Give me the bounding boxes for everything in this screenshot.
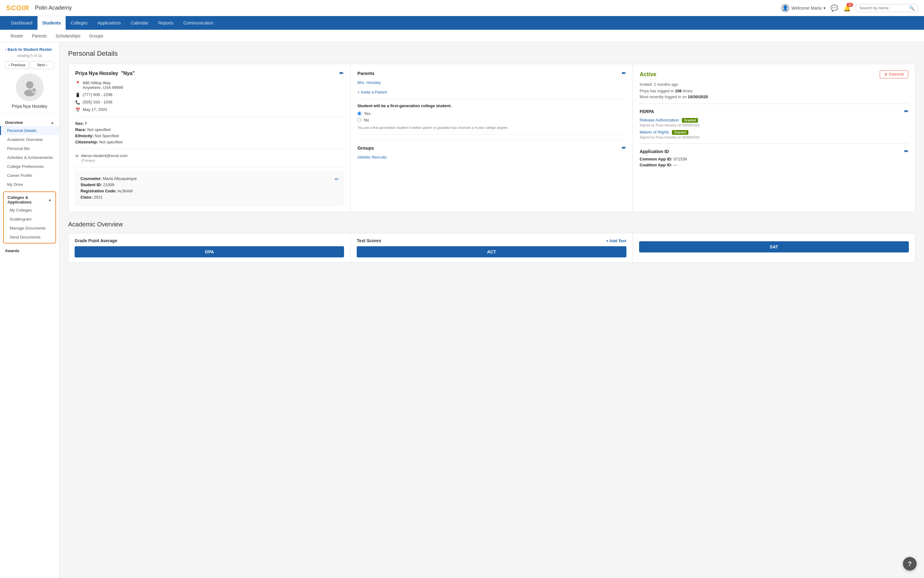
waiver-signed: Signed by Priya Hossley on 09/08/2020: [640, 135, 908, 139]
search-input[interactable]: [859, 6, 909, 10]
sidebar-item-personal-bio[interactable]: Personal Bio: [0, 144, 59, 153]
sidebar-item-college-prefs[interactable]: College Preferences: [0, 162, 59, 171]
release-auth-signed: Signed by Priya Hossley on 09/08/2020: [640, 123, 908, 127]
edit-groups-icon[interactable]: ✏: [622, 145, 626, 151]
divider3: [75, 167, 344, 167]
add-test-link[interactable]: + Add Test: [606, 239, 626, 243]
sub-nav: Roster Parents Scholarships Groups: [0, 30, 924, 42]
waiver-badge: Granted: [672, 130, 688, 135]
first-gen-note: You are a first-generation student if ne…: [357, 125, 626, 130]
student-avatar: [16, 73, 44, 101]
avatar-placeholder-icon: [20, 78, 39, 97]
viewing-info: viewing 5 of 10: [0, 54, 59, 58]
release-auth-link[interactable]: Release Authorization: [640, 118, 679, 122]
personal-info-card: Priya Nya Hossley "Nya" ✏ 📍 986 Hilltop …: [68, 64, 350, 212]
svg-point-3: [32, 88, 36, 91]
sidebar-item-manage-documents[interactable]: Manage Documents: [4, 224, 55, 233]
logo-sc: SC: [6, 4, 16, 12]
app-id-section: Application ID ✏ Common App ID: 071539 C…: [640, 148, 908, 167]
first-gen-no-row: No: [357, 118, 626, 122]
sat-bar: SAT: [639, 241, 909, 252]
nav-item-applications[interactable]: Applications: [92, 16, 126, 30]
header-right: 👤 Welcome Maria ▾ 💬 🔔 28 🔍: [781, 4, 918, 12]
nav-item-calendar[interactable]: Calendar: [126, 16, 153, 30]
invite-parent-link[interactable]: + Invite a Parent: [357, 90, 626, 94]
sub-nav-roster[interactable]: Roster: [6, 30, 28, 42]
next-button[interactable]: Next ›: [30, 61, 55, 69]
location-icon: 📍: [75, 81, 80, 86]
sidebar-item-activities[interactable]: Activities & Achievements: [0, 153, 59, 162]
common-app-id-row: Common App ID: 071539: [640, 157, 908, 161]
notification-badge: 28: [846, 3, 853, 7]
ethnicity-row: Ethnicity: Not Specified: [75, 133, 344, 138]
edit-app-id-icon[interactable]: ✏: [904, 148, 908, 154]
sidebar-item-my-drive[interactable]: My Drive: [0, 180, 59, 189]
messages-icon[interactable]: 💬: [830, 4, 838, 12]
colleges-applications-section: Colleges & Applications ▲ My Colleges Sc…: [3, 192, 56, 244]
counselor-section: ✏ Counselor: Maria Albuquerque Student I…: [75, 172, 344, 206]
nav-item-colleges[interactable]: Colleges: [66, 16, 92, 30]
parents-divider: [357, 99, 626, 99]
gpa-card-title: Grade Point Average: [75, 238, 344, 243]
test-scores-card-title: Test Scores + Add Test: [357, 238, 626, 243]
school-name: Polin Academy: [35, 5, 781, 11]
sidebar-item-send-documents[interactable]: Send Documents: [4, 233, 55, 242]
colleges-apps-section-label[interactable]: Colleges & Applications ▲: [4, 193, 55, 206]
student-avatar-section: Priya Nya Hossley: [0, 73, 59, 114]
main-content: Personal Details Priya Nya Hossley "Nya"…: [60, 42, 924, 578]
edit-personal-info-icon[interactable]: ✏: [339, 70, 344, 76]
student-id-row: Student ID: 21009: [81, 182, 338, 187]
edit-ferpa-icon[interactable]: ✏: [904, 109, 908, 114]
top-header: SCOIR Polin Academy 👤 Welcome Maria ▾ 💬 …: [0, 0, 924, 16]
first-gen-yes-row: Yes: [357, 111, 626, 116]
login-info: Priya has logged in 106 times: [640, 89, 908, 93]
awards-label[interactable]: Awards: [5, 248, 54, 253]
act-bar: ACT: [357, 246, 626, 257]
notifications-icon[interactable]: 🔔 28: [843, 4, 851, 12]
edit-counselor-icon[interactable]: ✏: [335, 176, 339, 182]
ferpa-divider: [640, 104, 908, 104]
edit-parents-icon[interactable]: ✏: [622, 70, 626, 76]
sub-nav-scholarships[interactable]: Scholarships: [51, 30, 84, 42]
email-row: ✉ elena+student@scoir.com (Primary): [75, 153, 344, 162]
sub-nav-groups[interactable]: Groups: [85, 30, 108, 42]
phone-row: 📞 (555) 333 - 1036: [75, 100, 344, 105]
sidebar-item-academic-overview[interactable]: Academic Overview: [0, 135, 59, 144]
first-gen-yes-radio[interactable]: [357, 112, 361, 115]
waiver-link[interactable]: Waiver of Rights: [640, 130, 669, 135]
release-auth-item: Release Authorization Granted Signed by …: [640, 117, 908, 127]
nav-item-communication[interactable]: Communication: [178, 16, 218, 30]
sidebar-item-scattergram[interactable]: Scattergram: [4, 215, 55, 224]
logo-oir: OIR: [16, 4, 29, 12]
reg-code-row: Registration Code: Ac3bAbf: [81, 188, 338, 193]
previous-button[interactable]: ‹ Previous: [5, 61, 29, 69]
coalition-app-id-row: Coalition App ID: —: [640, 162, 908, 167]
gpa-card: Grade Point Average GPA: [68, 233, 350, 262]
nav-item-dashboard[interactable]: Dashboard: [6, 16, 37, 30]
counselor-row: Counselor: Maria Albuquerque: [81, 176, 338, 181]
user-avatar-icon: 👤: [781, 4, 789, 12]
disenroll-button[interactable]: ⊗ Disenroll: [880, 70, 908, 78]
ferpa-title: FERPA ✏: [640, 109, 908, 114]
page-layout: ‹ Back to Student Roster viewing 5 of 10…: [0, 42, 924, 578]
nav-item-reports[interactable]: Reports: [153, 16, 178, 30]
welcome-user[interactable]: 👤 Welcome Maria ▾: [781, 4, 825, 12]
student-name-header: Priya Nya Hossley "Nya" ✏: [75, 70, 344, 76]
group-athletic-recruits[interactable]: Athletic Recruits: [357, 155, 386, 159]
nav-item-students[interactable]: Students: [37, 16, 66, 30]
back-to-roster-link[interactable]: ‹ Back to Student Roster: [0, 47, 59, 52]
groups-label: Groups ✏: [357, 145, 626, 151]
first-gen-no-radio[interactable]: [357, 118, 361, 122]
help-button[interactable]: ?: [903, 557, 917, 571]
sidebar-item-my-colleges[interactable]: My Colleges: [4, 206, 55, 215]
sidebar-item-personal-details[interactable]: Personal Details: [0, 126, 59, 135]
main-nav: Dashboard Students Colleges Applications…: [0, 16, 924, 30]
sidebar-item-career-profile[interactable]: Career Profile: [0, 171, 59, 180]
first-gen-no-label: No: [364, 118, 369, 122]
sidebar-overview-section[interactable]: Overview ▲: [0, 118, 59, 126]
sub-nav-parents[interactable]: Parents: [28, 30, 51, 42]
race-row: Race: Not specified: [75, 127, 344, 132]
parent-name-link[interactable]: Mrs. Hossley: [357, 80, 381, 85]
first-gen-label: Student will be a first-generation colle…: [357, 104, 626, 108]
phone-icon: 📞: [75, 100, 80, 105]
